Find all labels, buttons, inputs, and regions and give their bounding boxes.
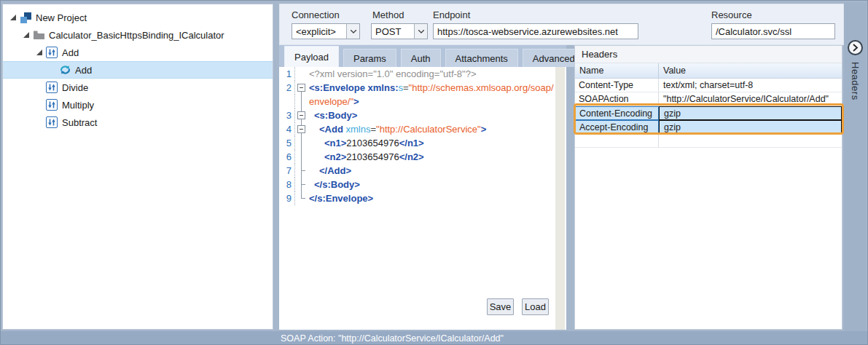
fold-collapse-icon[interactable] bbox=[295, 122, 308, 136]
header-name-cell[interactable]: Accept-Encoding bbox=[575, 120, 659, 134]
payload-tab-bar: PayloadParamsAuthAttachmentsAdvanced bbox=[279, 45, 566, 67]
tree-item-label: Add bbox=[62, 47, 79, 58]
tree-expander-icon[interactable] bbox=[35, 48, 44, 57]
header-row-accept-encoding: Accept-Encodinggzip bbox=[575, 120, 842, 134]
code-text: </s:Envelope> bbox=[308, 191, 373, 205]
tree-item-label: Calculator_BasicHttpsBinding_ICalculator bbox=[49, 30, 224, 41]
header-name-cell[interactable] bbox=[575, 134, 659, 148]
editor-scrollbar[interactable] bbox=[555, 67, 565, 330]
tree-item-add[interactable]: Add bbox=[3, 44, 273, 61]
code-text: <n1>2103654976</n1> bbox=[308, 136, 424, 150]
header-name-cell[interactable]: Content-Type bbox=[575, 79, 659, 92]
fold-guide bbox=[295, 67, 308, 81]
line-number: 4 bbox=[279, 122, 295, 136]
fold-guide bbox=[295, 191, 308, 205]
tree-item-divide[interactable]: Divide bbox=[3, 79, 273, 96]
fold-collapse-icon[interactable] bbox=[295, 108, 308, 122]
header-value-cell[interactable]: gzip bbox=[659, 106, 842, 120]
code-text: </s:Body> bbox=[308, 178, 360, 191]
tree-expander-spacer bbox=[35, 83, 44, 92]
headers-panel: Headers Name Value Content-Typetext/xml;… bbox=[574, 45, 842, 330]
save-button[interactable]: Save bbox=[487, 298, 514, 315]
headers-grid-rows: Content-Typetext/xml; charset=utf-8SOAPA… bbox=[575, 79, 842, 148]
tree-item-label: Multiply bbox=[62, 100, 94, 111]
resource-label: Resource bbox=[711, 9, 752, 20]
load-button[interactable]: Load bbox=[522, 298, 549, 315]
payload-panel: PayloadParamsAuthAttachmentsAdvanced 1<?… bbox=[279, 45, 566, 330]
code-text: <s:Envelope xmlns:s="http://schemas.xmls… bbox=[308, 81, 554, 95]
column-header-name[interactable]: Name bbox=[575, 63, 659, 78]
header-row-soapaction: SOAPAction"http://CalculatorService/ICal… bbox=[575, 92, 842, 106]
connection-select[interactable]: <explicit> bbox=[292, 23, 360, 39]
operation-icon bbox=[45, 116, 58, 129]
code-line: 5<n1>2103654976</n1> bbox=[279, 136, 566, 150]
line-number bbox=[279, 95, 295, 108]
code-line: 3<s:Body> bbox=[279, 108, 566, 122]
header-value-cell[interactable]: "http://CalculatorService/ICalculator/Ad… bbox=[659, 92, 842, 106]
header-name-cell[interactable]: Content-Encoding bbox=[575, 106, 659, 120]
tree-item-label: Subtract bbox=[62, 117, 97, 128]
line-number: 8 bbox=[279, 178, 295, 191]
tree-expander-icon[interactable] bbox=[22, 31, 31, 39]
expand-panel-button[interactable] bbox=[848, 40, 863, 55]
method-label: Method bbox=[372, 9, 404, 20]
method-select[interactable]: POST bbox=[371, 23, 428, 39]
tab-attachments[interactable]: Attachments bbox=[445, 49, 518, 67]
header-value-cell[interactable]: gzip bbox=[659, 120, 842, 134]
tree-item-subtract[interactable]: Subtract bbox=[3, 114, 273, 131]
line-number: 1 bbox=[279, 67, 295, 81]
header-row-content-type: Content-Typetext/xml; charset=utf-8 bbox=[575, 79, 842, 92]
tree-expander-spacer bbox=[35, 118, 44, 127]
code-line: 9</s:Envelope> bbox=[279, 191, 566, 205]
tree-item-multiply[interactable]: Multiply bbox=[3, 96, 273, 114]
headers-grid-header: Name Value bbox=[575, 63, 842, 79]
soap-action-status: SOAP Action: "http://CalculatorService/I… bbox=[281, 333, 504, 344]
fold-guide bbox=[295, 136, 308, 150]
endpoint-input[interactable] bbox=[433, 23, 638, 39]
refresh-icon bbox=[58, 63, 71, 76]
code-text: <s:Body> bbox=[308, 108, 357, 122]
fold-guide bbox=[295, 178, 308, 191]
code-text: <n2>2103654976</n2> bbox=[308, 150, 424, 164]
line-number: 6 bbox=[279, 150, 295, 164]
code-text: </Add> bbox=[308, 164, 351, 178]
project-tree-panel: New ProjectCalculator_BasicHttpsBinding_… bbox=[2, 4, 273, 330]
tab-payload[interactable]: Payload bbox=[284, 46, 339, 67]
code-line: 1<?xml version="1.0" encoding="utf-8"?> bbox=[279, 67, 566, 81]
tree-item-new-project[interactable]: New Project bbox=[3, 9, 273, 26]
project-tree: New ProjectCalculator_BasicHttpsBinding_… bbox=[3, 4, 273, 131]
code-text: <Add xmlns="http://CalculatorService"> bbox=[308, 122, 486, 136]
operation-icon bbox=[45, 98, 58, 111]
chevron-down-icon[interactable] bbox=[346, 24, 359, 39]
line-number: 3 bbox=[279, 108, 295, 122]
tree-expander-spacer bbox=[48, 66, 57, 74]
line-number: 2 bbox=[279, 81, 295, 95]
fold-guide bbox=[295, 150, 308, 164]
resource-input[interactable] bbox=[711, 23, 835, 39]
header-row-content-encoding: Content-Encodinggzip bbox=[575, 106, 842, 120]
endpoint-label: Endpoint bbox=[433, 9, 470, 20]
operation-icon bbox=[45, 46, 58, 59]
line-number: 5 bbox=[279, 136, 295, 150]
header-value-cell[interactable] bbox=[659, 134, 842, 148]
tree-item-calculator-basichttpsbinding-icalculator[interactable]: Calculator_BasicHttpsBinding_ICalculator bbox=[3, 26, 273, 44]
tree-item-label: New Project bbox=[36, 12, 87, 23]
headers-dock-tab[interactable]: Headers bbox=[850, 62, 861, 100]
connection-label: Connection bbox=[292, 9, 340, 20]
tab-auth[interactable]: Auth bbox=[401, 49, 441, 67]
tab-params[interactable]: Params bbox=[343, 49, 396, 67]
tree-item-add[interactable]: Add bbox=[3, 61, 273, 79]
chevron-down-icon[interactable] bbox=[414, 24, 427, 39]
fold-guide bbox=[295, 95, 308, 108]
fold-guide bbox=[295, 164, 308, 178]
code-line: 2<s:Envelope xmlns:s="http://schemas.xml… bbox=[279, 81, 566, 95]
request-toolbar: Connection Method Endpoint Resource <exp… bbox=[279, 4, 844, 45]
project-icon bbox=[19, 11, 32, 24]
header-name-cell[interactable]: SOAPAction bbox=[575, 92, 659, 106]
header-value-cell[interactable]: text/xml; charset=utf-8 bbox=[659, 79, 842, 92]
code-line: envelope/"> bbox=[279, 95, 566, 108]
xml-editor[interactable]: 1<?xml version="1.0" encoding="utf-8"?>2… bbox=[279, 67, 566, 330]
column-header-value[interactable]: Value bbox=[659, 63, 842, 78]
tree-expander-icon[interactable] bbox=[9, 13, 17, 22]
fold-collapse-icon[interactable] bbox=[295, 81, 308, 95]
